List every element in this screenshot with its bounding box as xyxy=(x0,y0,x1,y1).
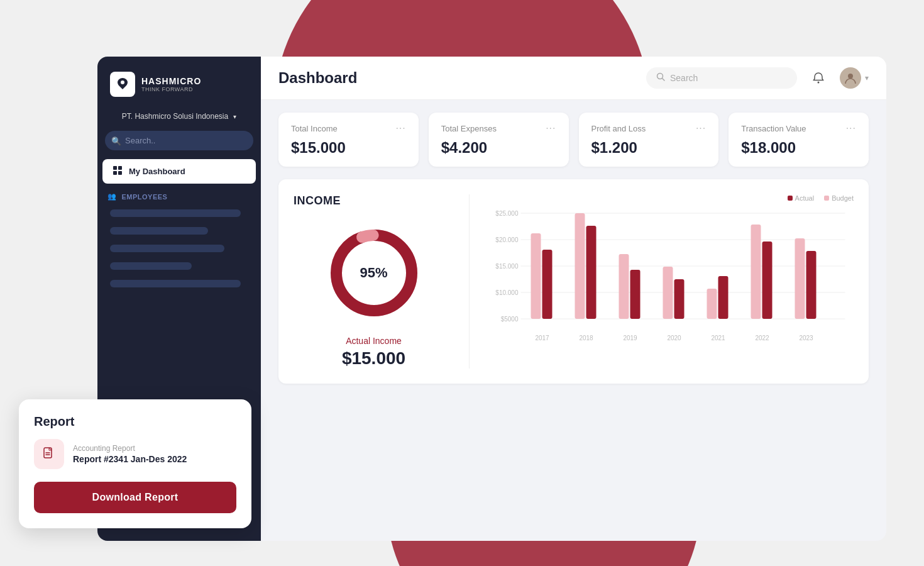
search-icon: 🔍 xyxy=(111,136,121,145)
kpi-transaction-value: $18.000 xyxy=(741,139,856,157)
brand-name: HASHMICRO xyxy=(141,76,201,86)
kpi-card-profit: Profit and Loss ··· $1.200 xyxy=(579,113,719,167)
sidebar-search-input[interactable] xyxy=(105,131,253,150)
svg-rect-31 xyxy=(663,267,673,319)
svg-rect-25 xyxy=(575,213,585,319)
svg-rect-40 xyxy=(795,238,805,319)
legend-budget: Budget xyxy=(824,194,854,202)
chevron-down-icon: ▾ xyxy=(865,74,869,82)
svg-text:2018: 2018 xyxy=(579,335,593,341)
svg-rect-35 xyxy=(718,276,729,319)
download-report-button[interactable]: Download Report xyxy=(34,482,236,513)
actual-income-label: Actual Income xyxy=(346,336,402,346)
svg-rect-34 xyxy=(707,289,717,319)
employees-section-label: 👥 EMPLOYEES xyxy=(97,185,261,204)
svg-text:$15.000: $15.000 xyxy=(495,263,519,270)
legend-actual: Actual xyxy=(788,194,815,202)
kpi-expenses-title: Total Expenses xyxy=(441,124,497,133)
search-bar-icon xyxy=(656,72,665,84)
income-section: INCOME 95% Actual Income xyxy=(278,179,869,384)
svg-rect-26 xyxy=(586,226,597,319)
kpi-income-more[interactable]: ··· xyxy=(395,123,405,134)
kpi-card-income: Total Income ··· $15.000 xyxy=(278,113,419,167)
sidebar-logo: HASHMICRO THINK FORWARD xyxy=(97,57,261,107)
donut-chart: 95% xyxy=(324,223,424,323)
income-right: Actual Budget xyxy=(470,194,854,369)
svg-text:$20.000: $20.000 xyxy=(495,236,519,243)
income-left: INCOME 95% Actual Income xyxy=(294,194,470,369)
svg-rect-2 xyxy=(118,166,122,170)
report-card: Report Accounting Report Report #2341 Ja… xyxy=(19,399,251,528)
notification-button[interactable] xyxy=(807,67,830,89)
svg-rect-37 xyxy=(751,225,761,319)
kpi-expenses-more[interactable]: ··· xyxy=(546,123,556,134)
kpi-income-title: Total Income xyxy=(291,124,338,133)
kpi-card-expenses: Total Expenses ··· $4.200 xyxy=(429,113,569,167)
svg-point-0 xyxy=(121,80,124,84)
search-bar[interactable] xyxy=(646,67,797,89)
report-info: Accounting Report Report #2341 Jan-Des 2… xyxy=(73,444,187,464)
bar-chart-container: $25.000 $20.000 $15.000 $10.000 $5000 20… xyxy=(485,207,854,369)
skeleton-item-4 xyxy=(110,262,192,270)
legend-actual-label: Actual xyxy=(795,194,815,202)
kpi-profit-more[interactable]: ··· xyxy=(696,123,706,134)
grid-icon xyxy=(113,165,123,177)
skeleton-item-2 xyxy=(110,227,208,235)
svg-text:$5000: $5000 xyxy=(501,316,519,323)
kpi-profit-title: Profit and Loss xyxy=(591,124,646,133)
legend-budget-label: Budget xyxy=(832,194,854,202)
sidebar-item-dashboard[interactable]: My Dashboard xyxy=(102,159,256,184)
brand-tagline: THINK FORWARD xyxy=(141,86,201,92)
svg-rect-28 xyxy=(619,254,629,319)
kpi-transaction-title: Transaction Value xyxy=(741,124,806,133)
bar-chart-svg: $25.000 $20.000 $15.000 $10.000 $5000 20… xyxy=(485,207,854,345)
chevron-down-icon: ▾ xyxy=(233,113,236,120)
page-title: Dashboard xyxy=(278,69,357,87)
report-card-title: Report xyxy=(34,414,236,429)
skeleton-item-1 xyxy=(110,209,241,217)
kpi-profit-value: $1.200 xyxy=(591,139,707,157)
top-bar: Dashboard xyxy=(261,57,886,100)
dashboard-body: Total Income ··· $15.000 Total Expenses … xyxy=(261,100,886,541)
user-menu-button[interactable]: ▾ xyxy=(840,67,869,89)
main-content: Dashboard xyxy=(261,57,886,541)
svg-text:2020: 2020 xyxy=(667,335,681,341)
svg-point-7 xyxy=(818,82,820,84)
svg-rect-3 xyxy=(113,171,117,175)
svg-text:2017: 2017 xyxy=(535,335,549,341)
employees-icon: 👥 xyxy=(107,192,117,201)
svg-rect-1 xyxy=(113,166,117,170)
kpi-expenses-value: $4.200 xyxy=(441,139,556,157)
svg-text:$10.000: $10.000 xyxy=(495,289,519,296)
sidebar-company[interactable]: PT. Hashmicro Solusi Indonesia ▾ xyxy=(97,107,261,128)
svg-point-8 xyxy=(848,74,853,79)
svg-rect-22 xyxy=(531,233,541,319)
dashboard-nav-label: My Dashboard xyxy=(129,167,185,176)
svg-text:2023: 2023 xyxy=(799,335,813,341)
income-title: INCOME xyxy=(294,194,341,208)
search-input[interactable] xyxy=(670,73,787,83)
legend-budget-dot xyxy=(824,196,829,201)
report-file-icon xyxy=(34,439,64,469)
chart-legend: Actual Budget xyxy=(485,194,854,202)
company-name: PT. Hashmicro Solusi Indonesia xyxy=(122,112,228,121)
svg-line-6 xyxy=(663,79,665,81)
donut-percent-label: 95% xyxy=(360,265,387,281)
avatar xyxy=(840,67,861,89)
logo-text: HASHMICRO THINK FORWARD xyxy=(141,76,201,92)
actual-income-value: $15.000 xyxy=(342,348,405,369)
kpi-row: Total Income ··· $15.000 Total Expenses … xyxy=(278,113,869,167)
svg-rect-23 xyxy=(542,250,553,319)
skeleton-item-3 xyxy=(110,245,224,252)
svg-rect-32 xyxy=(674,279,685,319)
svg-rect-29 xyxy=(630,270,641,319)
svg-rect-38 xyxy=(762,241,773,319)
logo-icon xyxy=(110,72,135,97)
sidebar-search[interactable]: 🔍 xyxy=(105,131,253,150)
svg-text:2022: 2022 xyxy=(755,335,769,341)
kpi-card-transaction: Transaction Value ··· $18.000 xyxy=(729,113,869,167)
top-bar-right: ▾ xyxy=(646,67,869,89)
svg-text:2021: 2021 xyxy=(711,335,725,341)
report-item: Accounting Report Report #2341 Jan-Des 2… xyxy=(34,439,236,469)
kpi-transaction-more[interactable]: ··· xyxy=(846,123,856,134)
